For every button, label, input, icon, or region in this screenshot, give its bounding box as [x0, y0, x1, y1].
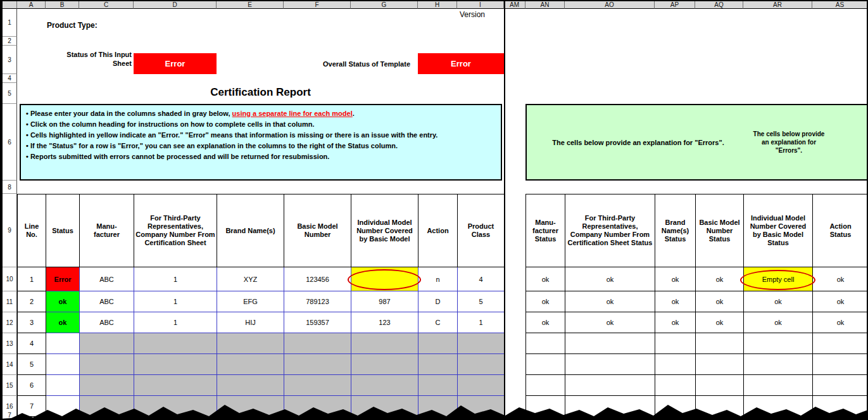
- col-header-individual-model-number[interactable]: Individual Model Number Covered by Basic…: [351, 194, 418, 267]
- cell[interactable]: [696, 333, 744, 354]
- select-all-corner[interactable]: [3, 1, 17, 9]
- cell[interactable]: 1: [134, 267, 217, 291]
- row-header[interactable]: 5: [3, 83, 17, 104]
- column-header-ar[interactable]: AR: [743, 1, 812, 9]
- cell[interactable]: 1: [18, 267, 46, 291]
- row-header[interactable]: 4: [3, 74, 17, 83]
- cell[interactable]: [813, 354, 868, 375]
- col-header-basic-model-number-status[interactable]: Basic Model Number Status: [696, 194, 744, 267]
- cell[interactable]: C: [418, 312, 458, 333]
- column-header-ap[interactable]: AP: [655, 1, 695, 9]
- col-header-individual-model-number-status[interactable]: Individual Model Number Covered by Basic…: [744, 194, 813, 267]
- cell[interactable]: ABC: [80, 291, 134, 312]
- cell[interactable]: [744, 333, 813, 354]
- col-header-product-class[interactable]: Product Class: [458, 194, 505, 267]
- cell[interactable]: n: [418, 267, 458, 291]
- cell[interactable]: 5: [458, 291, 505, 312]
- cell[interactable]: [284, 333, 351, 354]
- cell[interactable]: [458, 354, 505, 375]
- row-header[interactable]: 12: [3, 312, 17, 333]
- cell[interactable]: ok: [526, 291, 565, 312]
- cell[interactable]: 159357: [284, 312, 351, 333]
- cell[interactable]: [565, 333, 655, 354]
- cell[interactable]: [696, 354, 744, 375]
- cell[interactable]: 5: [18, 354, 46, 375]
- cell[interactable]: ok: [655, 291, 696, 312]
- col-header-manufacturer-status[interactable]: Manu- facturer Status: [526, 194, 565, 267]
- col-header-brand-names-status[interactable]: Brand Name(s) Status: [655, 194, 696, 267]
- column-header-e[interactable]: E: [217, 1, 284, 9]
- cell[interactable]: [565, 354, 655, 375]
- cell[interactable]: [458, 333, 505, 354]
- cell[interactable]: ok: [696, 291, 744, 312]
- cell[interactable]: ok: [744, 312, 813, 333]
- overall-status-value[interactable]: Error: [418, 53, 504, 74]
- cell[interactable]: ok: [813, 312, 868, 333]
- column-header-ao[interactable]: AO: [565, 1, 655, 9]
- col-header-brand-names[interactable]: Brand Name(s): [217, 194, 284, 267]
- row-header[interactable]: 1: [3, 9, 17, 37]
- row-header[interactable]: 10: [3, 267, 17, 291]
- cell[interactable]: ok: [526, 312, 565, 333]
- column-header-b[interactable]: B: [46, 1, 79, 9]
- cell[interactable]: [351, 333, 418, 354]
- cell[interactable]: D: [418, 291, 458, 312]
- cell[interactable]: ok: [565, 312, 655, 333]
- cell[interactable]: EFG: [217, 291, 284, 312]
- cell[interactable]: ok: [813, 267, 868, 291]
- column-header-aq[interactable]: AQ: [695, 1, 743, 9]
- cell[interactable]: 3: [18, 312, 46, 333]
- row-header[interactable]: 2: [3, 37, 17, 46]
- cell[interactable]: [134, 354, 217, 375]
- cell[interactable]: [46, 333, 80, 354]
- cell[interactable]: ok: [813, 291, 868, 312]
- col-header-action-status[interactable]: Action Status: [813, 194, 868, 267]
- cell[interactable]: ABC: [80, 267, 134, 291]
- column-header-c[interactable]: C: [79, 1, 134, 9]
- cell[interactable]: 123456: [284, 267, 351, 291]
- col-header-basic-model-number[interactable]: Basic Model Number: [284, 194, 351, 267]
- row-header[interactable]: 6: [3, 104, 17, 181]
- cell[interactable]: ok: [696, 312, 744, 333]
- row-header[interactable]: 9: [3, 194, 17, 267]
- cell[interactable]: [744, 354, 813, 375]
- cell[interactable]: HIJ: [217, 312, 284, 333]
- row-header[interactable]: 3: [3, 46, 17, 74]
- cell[interactable]: ok: [565, 291, 655, 312]
- cell[interactable]: [813, 333, 868, 354]
- cell[interactable]: [655, 354, 696, 375]
- cell[interactable]: 1: [134, 312, 217, 333]
- cell[interactable]: [46, 354, 80, 375]
- cell[interactable]: [418, 354, 458, 375]
- cell[interactable]: [217, 354, 284, 375]
- cell[interactable]: [134, 333, 217, 354]
- column-header-a[interactable]: A: [17, 1, 46, 9]
- column-header-h[interactable]: H: [418, 1, 457, 9]
- column-header-as[interactable]: AS: [812, 1, 868, 9]
- column-header-d[interactable]: D: [134, 1, 217, 9]
- cell[interactable]: 1: [134, 291, 217, 312]
- cell[interactable]: 4: [18, 333, 46, 354]
- cell[interactable]: [217, 333, 284, 354]
- column-header-g[interactable]: G: [351, 1, 418, 9]
- cell[interactable]: ok: [696, 267, 744, 291]
- column-header-f[interactable]: F: [284, 1, 351, 9]
- cell[interactable]: 987: [351, 291, 418, 312]
- status-cell-ok[interactable]: ok: [46, 291, 80, 312]
- cell[interactable]: [284, 354, 351, 375]
- cell[interactable]: ABC: [80, 312, 134, 333]
- cell[interactable]: [80, 354, 134, 375]
- col-header-third-party-number-status[interactable]: For Third-Party Representatives, Company…: [565, 194, 655, 267]
- cell[interactable]: [526, 333, 565, 354]
- cell[interactable]: ok: [655, 312, 696, 333]
- status-cell-error[interactable]: Error: [46, 267, 80, 291]
- col-header-third-party-number[interactable]: For Third-Party Representatives, Company…: [134, 194, 217, 267]
- row-header[interactable]: 8: [3, 181, 17, 194]
- cell[interactable]: ok: [565, 267, 655, 291]
- status-cell-ok[interactable]: ok: [46, 312, 80, 333]
- cell[interactable]: 2: [18, 291, 46, 312]
- cell[interactable]: 123: [351, 312, 418, 333]
- col-header-status[interactable]: Status: [46, 194, 80, 267]
- cell[interactable]: 789123: [284, 291, 351, 312]
- cell[interactable]: [80, 333, 134, 354]
